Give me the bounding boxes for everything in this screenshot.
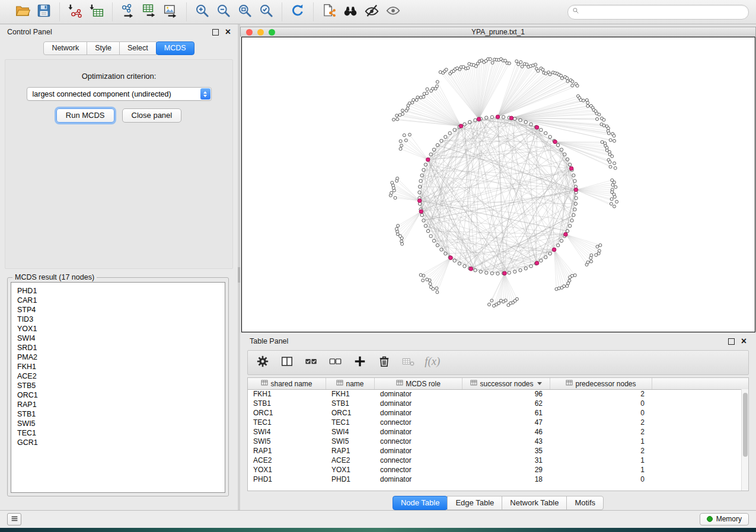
close-table-panel-icon[interactable]: × bbox=[741, 338, 747, 344]
float-table-panel-icon[interactable] bbox=[728, 338, 735, 345]
table-row[interactable]: SWI5SWI5connector431 bbox=[248, 437, 741, 446]
table-row[interactable]: ACE2ACE2connector311 bbox=[248, 456, 741, 465]
table-scrollbar-thumb[interactable] bbox=[743, 393, 748, 457]
table-cell-shared_name: ORC1 bbox=[248, 409, 326, 417]
result-node-item[interactable]: CAR1 bbox=[17, 296, 225, 305]
import-network-button[interactable] bbox=[65, 2, 85, 21]
optimization-criterion-dropdown[interactable]: largest connected component (undirected) bbox=[27, 87, 212, 101]
table-row[interactable]: FKH1FKH1dominator962 bbox=[248, 389, 741, 399]
share-network-button[interactable] bbox=[319, 2, 339, 21]
result-node-item[interactable]: FKH1 bbox=[17, 362, 225, 371]
network-canvas[interactable] bbox=[241, 37, 755, 332]
table-row[interactable]: YOX1YOX1connector291 bbox=[248, 465, 741, 475]
tab-style[interactable]: Style bbox=[87, 41, 120, 55]
columns-button[interactable] bbox=[280, 355, 294, 370]
maximize-window-icon[interactable] bbox=[269, 29, 275, 36]
save-button[interactable] bbox=[34, 2, 54, 21]
zoom-fit-button[interactable] bbox=[235, 2, 255, 21]
result-node-item[interactable]: YOX1 bbox=[17, 324, 225, 334]
tab-select[interactable]: Select bbox=[119, 41, 157, 55]
column-header-successor-nodes[interactable]: successor nodes bbox=[462, 378, 550, 389]
tab-network-table[interactable]: Network Table bbox=[502, 496, 567, 510]
close-panel-icon[interactable]: × bbox=[225, 29, 231, 35]
float-panel-icon[interactable] bbox=[212, 29, 219, 36]
result-node-item[interactable]: STB1 bbox=[17, 409, 225, 419]
result-node-item[interactable]: RAP1 bbox=[17, 400, 225, 409]
import-table-button[interactable] bbox=[87, 2, 107, 21]
table-toolbar: f(x) bbox=[247, 350, 749, 375]
result-node-item[interactable]: SWI5 bbox=[17, 419, 225, 428]
tab-node-table[interactable]: Node Table bbox=[393, 496, 448, 510]
main-toolbar bbox=[0, 0, 756, 24]
open-button[interactable] bbox=[12, 2, 33, 21]
select-all-button[interactable] bbox=[304, 355, 318, 370]
fx-button[interactable]: f(x) bbox=[426, 355, 440, 370]
tab-mcds[interactable]: MCDS bbox=[156, 41, 194, 55]
table-row[interactable]: SWI4SWI4dominator462 bbox=[248, 427, 741, 437]
export-image-button[interactable] bbox=[161, 2, 181, 21]
table-row[interactable]: STB1STB1dominator620 bbox=[248, 399, 741, 408]
toolbar-group bbox=[186, 2, 282, 21]
node-table-header: shared namenameMCDS rolesuccessor nodesp… bbox=[248, 378, 748, 390]
result-node-item[interactable]: STB5 bbox=[17, 381, 225, 390]
search-input[interactable] bbox=[583, 7, 744, 17]
delete-button[interactable] bbox=[377, 355, 391, 370]
result-node-item[interactable]: GCR1 bbox=[17, 438, 225, 447]
column-header-MCDS-role[interactable]: MCDS role bbox=[375, 378, 462, 389]
network-window-titlebar[interactable]: YPA_prune.txt_1 bbox=[240, 27, 756, 37]
result-node-item[interactable]: STP4 bbox=[17, 305, 225, 315]
column-header-shared-name[interactable]: shared name bbox=[248, 378, 326, 389]
result-node-item[interactable]: TEC1 bbox=[17, 428, 225, 438]
find-button[interactable] bbox=[340, 2, 361, 21]
close-window-icon[interactable] bbox=[246, 29, 253, 36]
zoom-out-button[interactable] bbox=[213, 2, 234, 21]
result-node-item[interactable]: ACE2 bbox=[17, 371, 225, 381]
table-cell-role: dominator bbox=[375, 390, 462, 398]
control-panel-header: Control Panel × bbox=[0, 24, 238, 40]
table-scrollbar[interactable] bbox=[741, 389, 748, 491]
filter-edges-button[interactable] bbox=[362, 2, 382, 21]
zoom-in-button[interactable] bbox=[192, 2, 212, 21]
result-node-item[interactable]: TID3 bbox=[17, 315, 225, 324]
memory-button[interactable]: Memory bbox=[700, 513, 749, 525]
network-graph[interactable] bbox=[242, 37, 755, 332]
gear-button[interactable] bbox=[256, 355, 270, 370]
unselect-all-button[interactable] bbox=[328, 355, 343, 370]
table-cell-name: TEC1 bbox=[326, 418, 375, 427]
column-header-predecessor-nodes[interactable]: predecessor nodes bbox=[550, 378, 652, 389]
result-node-item[interactable]: SRD1 bbox=[17, 343, 225, 352]
delete-icon bbox=[378, 355, 391, 370]
toolbar-group bbox=[7, 2, 59, 21]
table-grid-icon bbox=[566, 379, 573, 388]
export-table-button[interactable] bbox=[139, 2, 160, 21]
show-graphics-icon bbox=[385, 3, 401, 21]
table-row[interactable]: PHD1PHD1dominator180 bbox=[248, 475, 741, 484]
zoom-selected-button[interactable] bbox=[256, 2, 276, 21]
result-node-item[interactable]: SWI4 bbox=[17, 334, 225, 343]
column-header-name[interactable]: name bbox=[326, 378, 375, 389]
table-row[interactable]: ORC1ORC1dominator610 bbox=[248, 408, 741, 418]
add-button[interactable] bbox=[353, 355, 367, 370]
run-mcds-button[interactable]: Run MCDS bbox=[56, 108, 114, 123]
tab-network[interactable]: Network bbox=[43, 41, 87, 55]
table-cell-shared_name: STB1 bbox=[248, 399, 326, 408]
close-panel-button[interactable]: Close panel bbox=[122, 108, 182, 123]
mcds-result-list[interactable]: PHD1CAR1STP4TID3YOX1SWI4SRD1PMA2FKH1ACE2… bbox=[11, 282, 225, 493]
export-network-button[interactable] bbox=[118, 2, 138, 21]
show-graphics-button[interactable] bbox=[383, 2, 403, 21]
result-node-item[interactable]: PMA2 bbox=[17, 352, 225, 362]
mcds-result-title: MCDS result (17 nodes) bbox=[12, 273, 97, 281]
refresh-button[interactable] bbox=[288, 2, 308, 21]
table-row[interactable]: TEC1TEC1connector472 bbox=[248, 418, 741, 427]
search-box[interactable] bbox=[567, 5, 749, 20]
delete-table-button[interactable] bbox=[401, 355, 416, 370]
mcds-tab-content: Optimization criterion: largest connecte… bbox=[5, 59, 233, 269]
result-node-item[interactable]: PHD1 bbox=[17, 286, 225, 296]
result-node-item[interactable]: ORC1 bbox=[17, 390, 225, 400]
fx-icon: f(x) bbox=[424, 352, 442, 373]
minimize-window-icon[interactable] bbox=[257, 29, 264, 36]
status-menu-button[interactable] bbox=[7, 513, 21, 525]
tab-motifs[interactable]: Motifs bbox=[566, 496, 604, 510]
tab-edge-table[interactable]: Edge Table bbox=[447, 496, 502, 510]
table-row[interactable]: RAP1RAP1dominator352 bbox=[248, 446, 741, 456]
